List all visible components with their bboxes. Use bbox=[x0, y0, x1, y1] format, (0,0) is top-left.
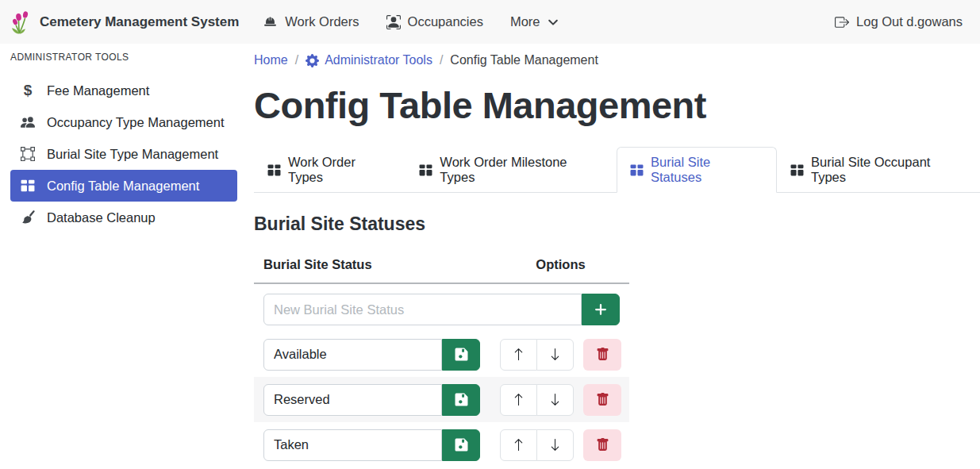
brand-link[interactable]: Cemetery Management System bbox=[11, 10, 239, 34]
table-icon bbox=[267, 163, 281, 177]
table-icon bbox=[790, 163, 804, 177]
tab-work-order-milestone-types[interactable]: Work Order Milestone Types bbox=[405, 147, 617, 193]
arrow-down-icon bbox=[548, 393, 562, 406]
logout-label: Log Out d.gowans bbox=[856, 14, 963, 29]
options-cell bbox=[492, 422, 629, 467]
move-up-button[interactable] bbox=[500, 429, 537, 461]
tab-burial-site-statuses[interactable]: Burial Site Statuses bbox=[617, 147, 777, 193]
tab-work-order-types[interactable]: Work Order Types bbox=[254, 147, 405, 193]
sidebar-item-label: Database Cleanup bbox=[47, 210, 156, 225]
breadcrumb-label: Home bbox=[254, 52, 288, 69]
move-down-button[interactable] bbox=[536, 429, 574, 461]
tab-burial-site-occupant-types[interactable]: Burial Site Occupant Types bbox=[777, 147, 980, 193]
person-bounding-box-icon bbox=[386, 15, 401, 29]
breadcrumb-home-link[interactable]: Home bbox=[254, 52, 288, 69]
arrow-down-icon bbox=[548, 438, 562, 452]
table-header-row: Burial Site Status Options bbox=[254, 249, 629, 283]
table-row bbox=[254, 332, 629, 377]
trash-icon bbox=[596, 438, 609, 452]
delete-button[interactable] bbox=[583, 339, 621, 371]
status-cell bbox=[254, 422, 492, 467]
main-content: Home / Administrator Tools / Config Tabl… bbox=[254, 44, 980, 469]
top-navbar: Cemetery Management System Work Orders O… bbox=[0, 0, 980, 44]
broom-icon bbox=[19, 210, 37, 225]
tulip-logo-icon bbox=[11, 10, 32, 34]
table-row bbox=[254, 422, 629, 467]
move-down-button[interactable] bbox=[536, 384, 574, 416]
sidebar-item-database-cleanup[interactable]: Database Cleanup bbox=[10, 202, 237, 233]
reorder-button-group bbox=[500, 339, 574, 371]
nav-item-label: More bbox=[510, 14, 540, 29]
status-name-input[interactable] bbox=[263, 384, 442, 416]
tab-label: Burial Site Statuses bbox=[651, 155, 763, 185]
status-name-input[interactable] bbox=[263, 339, 442, 371]
sidebar-item-occupancy-type-management[interactable]: Occupancy Type Management bbox=[10, 106, 237, 138]
column-header-status: Burial Site Status bbox=[254, 249, 492, 283]
people-icon bbox=[19, 115, 37, 129]
brand-title: Cemetery Management System bbox=[40, 14, 239, 30]
new-status-cell bbox=[254, 283, 629, 332]
breadcrumb-administrator-tools-link[interactable]: Administrator Tools bbox=[306, 52, 432, 69]
nav-item-occupancies[interactable]: Occupancies bbox=[386, 14, 483, 29]
sidebar-item-config-table-management[interactable]: Config Table Management bbox=[10, 170, 237, 202]
dollar-icon: $ bbox=[19, 82, 37, 99]
nav-item-more[interactable]: More bbox=[510, 14, 559, 29]
breadcrumb-separator: / bbox=[295, 52, 298, 69]
save-button[interactable] bbox=[442, 429, 480, 461]
tab-label: Work Order Types bbox=[288, 155, 392, 185]
breadcrumb-current: Config Table Management bbox=[450, 52, 598, 69]
new-status-row bbox=[254, 283, 629, 332]
save-icon bbox=[455, 393, 468, 406]
chevron-down-icon bbox=[548, 17, 559, 28]
box-arrow-right-icon bbox=[835, 15, 849, 29]
sidebar-heading: ADMINISTRATOR TOOLS bbox=[0, 52, 248, 63]
table-row bbox=[254, 377, 629, 422]
nav-item-work-orders[interactable]: Work Orders bbox=[263, 14, 359, 29]
arrow-up-icon bbox=[512, 393, 525, 406]
hard-hat-icon bbox=[263, 15, 278, 29]
sidebar-item-label: Occupancy Type Management bbox=[47, 115, 225, 130]
options-cell bbox=[492, 332, 629, 377]
trash-icon bbox=[596, 348, 609, 361]
move-up-button[interactable] bbox=[500, 339, 537, 371]
save-icon bbox=[455, 348, 468, 361]
breadcrumb-separator: / bbox=[440, 52, 443, 69]
breadcrumb: Home / Administrator Tools / Config Tabl… bbox=[254, 52, 980, 69]
status-cell bbox=[254, 332, 492, 377]
nav-item-label: Work Orders bbox=[285, 14, 359, 29]
sidebar-item-fee-management[interactable]: $ Fee Management bbox=[10, 75, 237, 106]
save-icon bbox=[455, 438, 468, 452]
sidebar-item-burial-site-type-management[interactable]: Burial Site Type Management bbox=[10, 138, 237, 170]
table-icon bbox=[630, 163, 644, 177]
section-heading: Burial Site Statuses bbox=[254, 213, 980, 235]
arrow-up-icon bbox=[512, 348, 525, 361]
save-button[interactable] bbox=[442, 339, 480, 371]
move-up-button[interactable] bbox=[500, 384, 537, 416]
table-icon bbox=[419, 163, 432, 177]
breadcrumb-label: Administrator Tools bbox=[325, 52, 432, 69]
save-button[interactable] bbox=[442, 384, 480, 416]
reorder-button-group bbox=[500, 384, 574, 416]
options-cell bbox=[492, 377, 629, 422]
bounding-box-icon bbox=[19, 147, 37, 161]
navbar-menu: Work Orders Occupancies More bbox=[263, 14, 558, 29]
reorder-button-group bbox=[500, 429, 574, 461]
status-name-input[interactable] bbox=[263, 429, 442, 461]
status-table: Burial Site Status Options bbox=[254, 249, 629, 467]
trash-icon bbox=[596, 393, 609, 406]
sidebar: ADMINISTRATOR TOOLS $ Fee Management Occ… bbox=[0, 44, 248, 233]
delete-button[interactable] bbox=[583, 429, 621, 461]
gear-icon bbox=[306, 54, 319, 67]
tab-label: Burial Site Occupant Types bbox=[811, 155, 967, 185]
move-down-button[interactable] bbox=[536, 339, 574, 371]
new-status-input[interactable] bbox=[263, 294, 582, 325]
tab-label: Work Order Milestone Types bbox=[440, 155, 603, 185]
table-icon bbox=[19, 179, 37, 193]
delete-button[interactable] bbox=[583, 384, 621, 416]
add-status-button[interactable] bbox=[582, 294, 620, 325]
sidebar-item-label: Burial Site Type Management bbox=[47, 147, 218, 162]
tab-bar: Work Order Types Work Order Milestone Ty… bbox=[254, 147, 980, 193]
arrow-up-icon bbox=[512, 438, 525, 452]
logout-button[interactable]: Log Out d.gowans bbox=[835, 14, 963, 29]
sidebar-item-label: Config Table Management bbox=[47, 179, 199, 194]
